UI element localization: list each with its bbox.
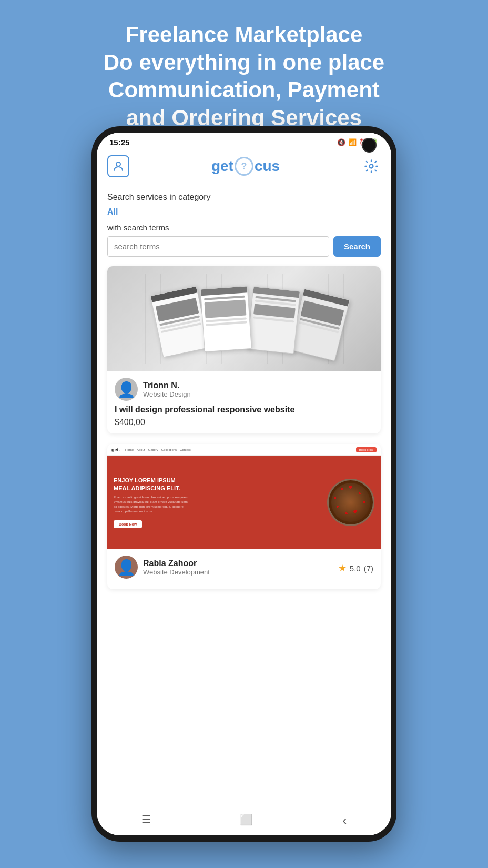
phone-screen: 15:25 🔇 📶 ⏰ 🔋 get ? cus	[97, 133, 391, 835]
star-icon: ★	[338, 562, 347, 574]
person-icon	[112, 160, 125, 173]
seller-name-1: Trionn N.	[143, 381, 191, 390]
status-time: 15:25	[109, 138, 129, 147]
red-desc: Etiam ex velit, gravida non laoreet ac, …	[114, 495, 322, 514]
nav-home-button[interactable]: ⬜	[240, 813, 253, 828]
hero-section: Freelance Marketplace Do everything in o…	[0, 0, 488, 147]
seller-details-2: Rabla Zahoor Website Development	[143, 559, 210, 576]
nav-contact: Contact	[180, 448, 191, 451]
mockup-page-3	[247, 286, 300, 354]
pie-image	[327, 479, 374, 526]
red-nav-links: Home About Gallery Collections Contact	[125, 448, 191, 451]
service-card-2[interactable]: get. Home About Gallery Collections Cont…	[107, 444, 381, 589]
app-content: Search services in category All with sea…	[97, 184, 391, 808]
mockup-page-2	[200, 286, 252, 352]
rating-value: 5.0	[350, 564, 361, 573]
nav-home: Home	[125, 448, 134, 451]
card-price-1: $400,00	[115, 418, 373, 427]
mockup-pages	[107, 266, 381, 371]
card-info-1: 👤 Trionn N. Website Design I will design…	[107, 371, 381, 433]
hero-line3: Communication, Payment	[108, 77, 380, 102]
seller-category-1: Website Design	[143, 390, 191, 398]
mute-icon: 🔇	[337, 138, 345, 146]
red-logo: get.	[111, 447, 120, 452]
hero-line1: Freelance Marketplace	[126, 22, 363, 47]
seller-avatar-1: 👤	[115, 378, 138, 401]
gear-icon	[364, 159, 379, 174]
svg-point-1	[370, 165, 373, 168]
search-input[interactable]	[107, 236, 329, 257]
svg-point-0	[116, 162, 120, 166]
red-book-btn: Book Now	[114, 520, 142, 528]
hero-line2: Do everything in one place	[104, 50, 384, 75]
card-seller-2: 👤 Rabla Zahoor Website Development ★ 5.0…	[115, 556, 373, 579]
seller-avatar-2: 👤	[115, 556, 138, 579]
card-title-1: I will design professional responsive we…	[115, 405, 373, 415]
card-image-2: get. Home About Gallery Collections Cont…	[107, 444, 381, 549]
avatar-button[interactable]	[107, 155, 129, 177]
search-row: Search	[107, 236, 381, 257]
home-icon: ⬜	[240, 813, 253, 826]
card-image-1	[107, 266, 381, 371]
logo-cus: cus	[255, 158, 280, 175]
card-rating-2: ★ 5.0 (7)	[338, 562, 373, 574]
red-title: ENJOY LOREM IPSUMMEAL ADIPISCING ELIT.	[114, 477, 322, 492]
category-section: Search services in category All	[107, 193, 381, 217]
nav-book-button: Book Now	[356, 447, 377, 452]
bottom-nav: ☰ ⬜ ‹	[97, 808, 391, 835]
category-label: Search services in category	[107, 193, 381, 202]
nav-collections: Collections	[161, 448, 177, 451]
logo-circle: ?	[235, 157, 253, 176]
settings-button[interactable]	[362, 157, 381, 176]
service-card-1[interactable]: 👤 Trionn N. Website Design I will design…	[107, 266, 381, 433]
seller-person-icon-2: 👤	[117, 559, 136, 576]
category-all-button[interactable]: All	[107, 207, 381, 217]
card-info-2: 👤 Rabla Zahoor Website Development ★ 5.0…	[107, 549, 381, 589]
seller-details-1: Trionn N. Website Design	[143, 381, 191, 398]
nav-gallery: Gallery	[148, 448, 158, 451]
search-section: with search terms Search	[107, 223, 381, 257]
seller-name-2: Rabla Zahoor	[143, 559, 210, 568]
red-text: ENJOY LOREM IPSUMMEAL ADIPISCING ELIT. E…	[114, 477, 322, 528]
seller-category-2: Website Development	[143, 568, 210, 576]
card-seller-1: 👤 Trionn N. Website Design	[115, 378, 373, 401]
seller-person-icon-1: 👤	[117, 381, 136, 398]
app-logo: get ? cus	[211, 157, 280, 176]
nav-back-button[interactable]: ‹	[342, 813, 347, 828]
wifi-icon: 📶	[348, 138, 357, 146]
status-bar: 15:25 🔇 📶 ⏰ 🔋	[97, 133, 391, 150]
red-body: ENJOY LOREM IPSUMMEAL ADIPISCING ELIT. E…	[107, 456, 381, 549]
search-button[interactable]: Search	[333, 236, 381, 257]
app-header: get ? cus	[97, 150, 391, 184]
phone-frame: 15:25 🔇 📶 ⏰ 🔋 get ? cus	[92, 126, 396, 842]
menu-icon: ☰	[141, 813, 151, 826]
red-nav: get. Home About Gallery Collections Cont…	[107, 444, 381, 456]
nav-menu-button[interactable]: ☰	[141, 813, 151, 828]
camera-hole	[362, 138, 377, 153]
pie-dots	[329, 480, 373, 524]
nav-about: About	[137, 448, 145, 451]
search-label: with search terms	[107, 223, 381, 232]
rating-count: (7)	[364, 564, 373, 573]
back-icon: ‹	[342, 813, 347, 828]
logo-get: get	[211, 158, 233, 175]
